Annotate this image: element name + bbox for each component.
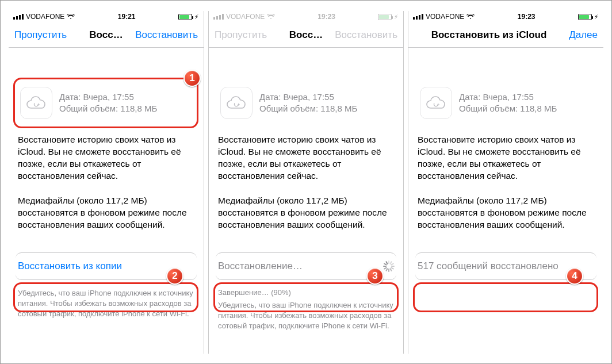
restore-description: Восстановите историю своих чатов из iClo… — [9, 132, 204, 182]
status-bar: VODAFONE19:23⚡︎ — [408, 11, 603, 22]
nav-skip-button[interactable]: Пропустить — [215, 29, 267, 41]
cloud-restore-icon — [420, 87, 452, 119]
status-bar: VODAFONE19:23⚡︎ — [209, 11, 403, 22]
battery-icon — [378, 14, 392, 20]
signal-icon — [13, 14, 24, 20]
power-wifi-note: Убедитесь, что ваш iPhone подключен к ис… — [209, 297, 403, 331]
restore-description: Восстановите историю своих чатов из iClo… — [408, 132, 603, 182]
wifi-icon — [466, 14, 475, 20]
charging-icon: ⚡︎ — [194, 14, 199, 20]
phones-row: VODAFONE19:21⚡︎ПропуститьВосс…Восстанови… — [1, 1, 611, 362]
phone-screen: VODAFONE19:21⚡︎ПропуститьВосс…Восстанови… — [9, 11, 204, 354]
clock-label: 19:21 — [118, 13, 136, 21]
battery-icon — [178, 14, 192, 20]
backup-date-label: Дата: Вчера, 17:55 — [59, 91, 157, 103]
media-description: Медиафайлы (около 117,2 МБ) восстановятс… — [209, 193, 403, 231]
backup-date-label: Дата: Вчера, 17:55 — [259, 91, 357, 103]
backup-size-label: Общий объём: 118,8 МБ — [459, 103, 557, 114]
carrier-label: VODAFONE — [226, 13, 265, 21]
step-badge: 1 — [183, 70, 201, 87]
charging-icon: ⚡︎ — [394, 14, 399, 20]
media-description: Медиафайлы (около 117,2 МБ) восстановятс… — [9, 193, 204, 231]
backup-size-label: Общий объём: 118,8 МБ — [259, 103, 357, 114]
cloud-restore-icon — [220, 87, 253, 119]
nav-title: Восс… — [289, 29, 323, 41]
spinner-icon — [382, 260, 394, 272]
restore-description: Восстановите историю своих чатов из iClo… — [209, 132, 403, 182]
battery-icon — [578, 14, 592, 20]
nav-restore-button[interactable]: Восстановить — [335, 29, 397, 41]
backup-card: Дата: Вчера, 17:55Общий объём: 118,8 МБ — [16, 82, 197, 124]
phone-screen: VODAFONE19:23⚡︎Восстановить из iCloudДал… — [408, 11, 603, 354]
clock-label: 19:23 — [318, 13, 335, 21]
clock-label: 19:23 — [518, 13, 536, 21]
nav-title: Восстановить из iCloud — [414, 29, 564, 41]
backup-size-label: Общий объём: 118,8 МБ — [59, 103, 157, 114]
nav-title: Восс… — [89, 29, 123, 41]
action-label: 517 сообщений восстановлено — [418, 260, 559, 272]
tutorial-canvas: VODAFONE19:21⚡︎ПропуститьВосс…Восстанови… — [0, 0, 612, 364]
nav-bar: ПропуститьВосс…Восстановить — [9, 22, 204, 48]
media-description: Медиафайлы (около 117,2 МБ) восстановятс… — [408, 193, 603, 231]
nav-bar: ПропуститьВосс…Восстановить — [209, 22, 403, 48]
wifi-icon — [67, 14, 75, 20]
backup-card: Дата: Вчера, 17:55Общий объём: 118,8 МБ — [216, 82, 396, 124]
wifi-icon — [267, 14, 275, 20]
progress-label: Завершение… (90%) — [209, 285, 403, 297]
carrier-label: VODAFONE — [426, 13, 464, 21]
phone-screen: VODAFONE19:23⚡︎ПропуститьВосс…Восстанови… — [208, 11, 404, 354]
action-label: Восстановить из копии — [18, 260, 122, 272]
carrier-label: VODAFONE — [26, 13, 64, 21]
cloud-restore-icon — [20, 87, 52, 119]
backup-date-label: Дата: Вчера, 17:55 — [459, 91, 557, 103]
signal-icon — [413, 14, 423, 20]
signal-icon — [213, 14, 224, 20]
nav-bar: Восстановить из iCloudДалее — [408, 22, 603, 48]
backup-card: Дата: Вчера, 17:55Общий объём: 118,8 МБ — [415, 82, 596, 124]
step-badge: 4 — [566, 267, 583, 285]
nav-restore-button[interactable]: Восстановить — [135, 29, 198, 41]
power-wifi-note: Убедитесь, что ваш iPhone подключен к ис… — [9, 285, 204, 319]
step-badge: 2 — [166, 267, 183, 285]
action-label: Восстановление… — [218, 260, 303, 272]
highlight-box — [413, 282, 598, 312]
nav-next-button[interactable]: Далее — [569, 29, 598, 41]
status-bar: VODAFONE19:21⚡︎ — [9, 11, 204, 22]
nav-skip-button[interactable]: Пропустить — [14, 29, 67, 41]
step-badge: 3 — [366, 267, 384, 285]
charging-icon: ⚡︎ — [594, 14, 599, 20]
